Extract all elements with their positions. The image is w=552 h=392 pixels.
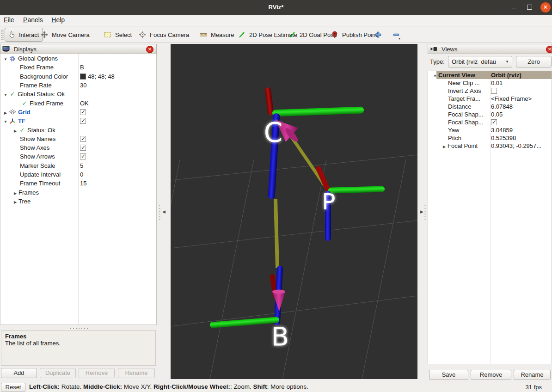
tree-row-marker-scale[interactable]: Marker Scale 5 [0,161,156,170]
tree-row-invert-z-axis[interactable]: Invert Z Axis [428,87,552,95]
property-value[interactable]: B [80,64,84,71]
close-icon[interactable]: ✕ [146,46,153,53]
property-value[interactable]: 0.93043; -0.2957... [491,142,541,149]
expander-icon[interactable] [432,72,438,79]
expander-icon[interactable] [441,142,448,149]
tree-row-frame-rate[interactable]: Frame Rate 30 [0,81,156,90]
expander-icon[interactable] [2,55,9,62]
left-panel-splitter[interactable]: ◀ [157,44,171,380]
tree-row-focal-shape-fixed[interactable]: Focal Shap... [428,118,552,126]
collapse-left-icon[interactable]: ◀ [162,209,166,214]
minimize-button[interactable]: – [511,4,516,11]
tree-row-distance[interactable]: Distance 6.07848 [428,103,552,110]
goal-pose-tool-button[interactable]: 2D Goal Pose [288,26,337,43]
show-arrows-checkbox[interactable] [80,153,86,159]
property-value[interactable]: 0 [80,171,83,178]
property-value[interactable]: 0.525398 [491,135,516,141]
close-icon[interactable]: ✕ [546,46,552,53]
tree-row-show-names[interactable]: Show Names [0,135,156,143]
rename-display-button[interactable]: Rename [118,368,155,378]
property-value[interactable]: 5 [80,162,83,169]
maximize-button[interactable] [527,5,532,10]
menu-panels[interactable]: Panels [23,16,43,24]
collapse-right-icon[interactable]: ▶ [420,209,423,214]
remove-view-button[interactable]: Remove [471,370,511,380]
menu-help[interactable]: Help [51,16,65,24]
add-tool-button[interactable] [374,26,384,43]
property-value[interactable]: 48; 48; 48 [80,73,115,80]
property-value[interactable]: 6.07848 [491,103,513,110]
tree-row-background-color[interactable]: Background Color 48; 48; 48 [0,72,156,81]
toolbar-drag-handle[interactable] [1,29,4,40]
status-help-text: Left-Click: Rotate. Middle-Click: Move X… [29,383,308,390]
tree-row-target-frame[interactable]: Target Fra... <Fixed Frame> [428,95,552,103]
expander-icon[interactable] [2,117,9,124]
property-value[interactable]: 3.04859 [491,127,513,134]
tree-row-near-clip[interactable]: Near Clip ... 0.01 [428,79,552,87]
tree-row-update-interval[interactable]: Update Interval 0 [0,170,156,179]
invert-z-checkbox[interactable] [491,88,497,94]
property-value[interactable]: 0.05 [491,111,503,118]
chevron-down-icon[interactable]: ▾ [399,37,400,41]
expander-icon[interactable] [2,91,9,98]
select-tool-button[interactable]: Select [104,26,132,43]
tree-row-pitch[interactable]: Pitch 0.525398 [428,134,552,142]
reset-button[interactable]: Reset [1,383,25,392]
show-axes-checkbox[interactable] [80,145,86,151]
property-value[interactable]: 15 [80,180,86,187]
add-display-button[interactable]: Add [1,368,37,378]
measure-tool-button[interactable]: Measure [200,26,234,43]
close-button[interactable]: ✕ [540,2,551,12]
right-panel-splitter[interactable]: ▶ [417,44,428,380]
gear-icon [9,55,16,62]
tree-row-global-status[interactable]: ✓ Global Status: Ok [0,90,156,98]
publish-point-tool-button[interactable]: Publish Point [331,26,377,43]
help-splitter-handle[interactable] [0,326,157,330]
menu-file[interactable]: File [4,16,14,24]
property-value[interactable]: <Fixed Frame> [491,95,532,102]
help-title: Frames [5,333,152,340]
duplicate-display-button[interactable]: Duplicate [40,368,76,378]
zero-button[interactable]: Zero [516,56,552,67]
views-panel-header[interactable]: Views ✕ [428,44,552,54]
tree-row-global-options[interactable]: Global Options [0,54,156,63]
property-value[interactable]: 0.01 [491,80,503,86]
save-view-button[interactable]: Save [429,370,468,380]
view-type-select[interactable]: Orbit (rviz_defau▼ [448,56,512,67]
tree-row-tree[interactable]: Tree [0,197,156,206]
tree-row-focal-point[interactable]: Focal Point 0.93043; -0.2957... [428,142,552,150]
show-names-checkbox[interactable] [80,136,86,142]
tree-row-show-arrows[interactable]: Show Arrows [0,152,156,161]
tree-row-current-view[interactable]: Current View Orbit (rviz) [428,71,552,79]
tree-row-focal-shape-size[interactable]: Focal Shap... 0.05 [428,110,552,118]
property-value[interactable]: 30 [80,82,86,89]
tree-row-frame-timeout[interactable]: Frame Timeout 15 [0,179,156,188]
expander-icon[interactable] [12,198,18,205]
remove-display-button[interactable]: Remove [79,368,115,378]
tree-row-frames[interactable]: Frames [0,188,156,196]
expander-icon[interactable] [2,109,9,116]
move-camera-tool-button[interactable]: Move Camera [41,26,90,43]
frame-label-b: B [271,321,289,351]
interact-tool-button[interactable]: Interact [5,28,43,42]
grid-enabled-checkbox[interactable] [80,109,86,115]
focus-camera-tool-button[interactable]: Focus Camera [139,26,189,43]
tf-enabled-checkbox[interactable] [80,118,86,124]
expander-icon[interactable] [12,189,18,196]
displays-panel-header[interactable]: Displays ✕ [0,44,157,54]
tree-row-fixed-frame-status[interactable]: ✓ Fixed Frame OK [0,98,156,107]
rename-view-button[interactable]: Rename [514,370,551,380]
green-arrow-icon [288,31,296,38]
tree-row-tf[interactable]: TF [0,116,156,125]
tf-arrow-shaft-cb [276,199,277,268]
tree-row-tf-status[interactable]: ✓ Status: Ok [0,125,156,134]
tree-row-grid[interactable]: Grid [0,108,156,116]
focal-shape-checkbox[interactable] [491,119,497,125]
tree-row-fixed-frame[interactable]: Fixed Frame B [0,63,156,72]
tool-label: Select [115,31,132,38]
expander-icon[interactable] [12,127,18,134]
tree-row-yaw[interactable]: Yaw 3.04859 [428,126,552,134]
3d-viewport[interactable]: C P B [171,44,417,379]
tree-row-show-axes[interactable]: Show Axes [0,143,156,152]
displays-panel-title: Displays [14,46,37,53]
